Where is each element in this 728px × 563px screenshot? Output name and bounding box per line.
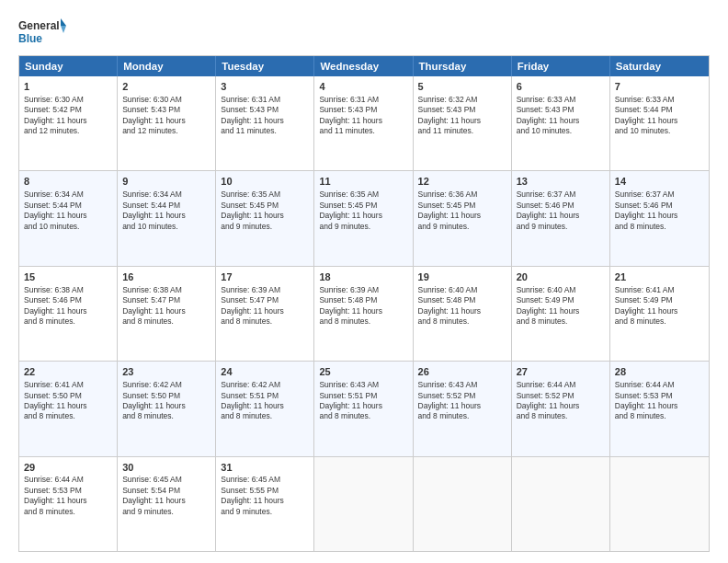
day-info-line: Daylight: 11 hours — [221, 401, 309, 411]
day-info-line: Daylight: 11 hours — [24, 116, 112, 126]
day-info-line: Sunrise: 6:45 AM — [122, 475, 210, 485]
day-info-line: and 11 minutes. — [221, 126, 309, 136]
day-info-line: Daylight: 11 hours — [615, 116, 704, 126]
day-info-line: Sunrise: 6:40 AM — [517, 285, 605, 295]
calendar-row: 15Sunrise: 6:38 AMSunset: 5:46 PMDayligh… — [19, 266, 709, 361]
day-info-line: Daylight: 11 hours — [615, 401, 704, 411]
day-info-line: and 8 minutes. — [24, 316, 112, 327]
day-info-line: Sunset: 5:50 PM — [24, 391, 112, 401]
calendar-cell: 27Sunrise: 6:44 AMSunset: 5:52 PMDayligh… — [512, 362, 610, 455]
logo-svg: General Blue — [18, 17, 66, 50]
day-info-line: and 8 minutes. — [221, 411, 309, 421]
day-number: 30 — [122, 461, 210, 475]
day-number: 31 — [221, 461, 309, 475]
day-info-line: Daylight: 11 hours — [517, 211, 605, 221]
day-info-line: Sunset: 5:53 PM — [615, 391, 704, 401]
calendar-cell: 8Sunrise: 6:34 AMSunset: 5:44 PMDaylight… — [19, 171, 118, 265]
calendar-cell: 15Sunrise: 6:38 AMSunset: 5:46 PMDayligh… — [19, 267, 118, 361]
calendar-cell: 2Sunrise: 6:30 AMSunset: 5:43 PMDaylight… — [118, 76, 216, 170]
day-number: 16 — [122, 270, 210, 284]
day-info-line: Daylight: 11 hours — [122, 116, 210, 126]
calendar-row: 1Sunrise: 6:30 AMSunset: 5:42 PMDaylight… — [19, 76, 709, 170]
day-info-line: and 11 minutes. — [418, 126, 506, 136]
calendar-cell: 17Sunrise: 6:39 AMSunset: 5:47 PMDayligh… — [216, 267, 314, 361]
day-info-line: and 9 minutes. — [221, 222, 309, 232]
day-info-line: Sunset: 5:46 PM — [615, 201, 704, 211]
day-info-line: Sunrise: 6:37 AM — [517, 190, 605, 200]
day-number: 9 — [122, 175, 210, 189]
day-info-line: Sunrise: 6:34 AM — [24, 190, 112, 200]
calendar-cell: 29Sunrise: 6:44 AMSunset: 5:53 PMDayligh… — [19, 457, 118, 551]
day-info-line: and 8 minutes. — [319, 411, 407, 421]
calendar-day-header: Tuesday — [216, 56, 314, 76]
day-info-line: Sunset: 5:43 PM — [319, 105, 407, 115]
day-info-line: Daylight: 11 hours — [122, 401, 210, 411]
calendar-cell: 6Sunrise: 6:33 AMSunset: 5:43 PMDaylight… — [512, 76, 610, 170]
day-info-line: Daylight: 11 hours — [517, 116, 605, 126]
day-info-line: Sunrise: 6:30 AM — [122, 95, 210, 105]
calendar-cell: 12Sunrise: 6:36 AMSunset: 5:45 PMDayligh… — [414, 171, 512, 265]
day-info-line: and 12 minutes. — [24, 126, 112, 136]
day-info-line: Sunrise: 6:45 AM — [221, 475, 309, 485]
day-info-line: Sunrise: 6:44 AM — [517, 380, 605, 390]
day-info-line: Daylight: 11 hours — [418, 116, 506, 126]
day-number: 12 — [418, 175, 506, 189]
day-info-line: Sunset: 5:45 PM — [319, 201, 407, 211]
calendar-cell: 19Sunrise: 6:40 AMSunset: 5:48 PMDayligh… — [414, 267, 512, 361]
day-info-line: Sunset: 5:49 PM — [615, 295, 704, 305]
svg-marker-3 — [61, 26, 66, 33]
svg-text:Blue: Blue — [18, 32, 42, 45]
day-info-line: Sunset: 5:44 PM — [122, 201, 210, 211]
day-number: 14 — [615, 175, 704, 189]
day-info-line: Sunrise: 6:43 AM — [319, 380, 407, 390]
day-info-line: Daylight: 11 hours — [24, 306, 112, 316]
day-info-line: Daylight: 11 hours — [221, 211, 309, 221]
day-info-line: Sunset: 5:43 PM — [122, 105, 210, 115]
calendar-cell: 31Sunrise: 6:45 AMSunset: 5:55 PMDayligh… — [216, 457, 314, 551]
day-info-line: Daylight: 11 hours — [517, 401, 605, 411]
calendar-cell: 24Sunrise: 6:42 AMSunset: 5:51 PMDayligh… — [216, 362, 314, 455]
day-info-line: Sunset: 5:54 PM — [122, 486, 210, 496]
day-info-line: Sunrise: 6:33 AM — [517, 95, 605, 105]
day-info-line: Daylight: 11 hours — [221, 306, 309, 316]
day-info-line: Sunset: 5:47 PM — [221, 295, 309, 305]
day-info-line: Sunset: 5:43 PM — [517, 105, 605, 115]
day-number: 13 — [517, 175, 605, 189]
day-info-line: Sunrise: 6:31 AM — [221, 95, 309, 105]
day-info-line: Sunset: 5:43 PM — [221, 105, 309, 115]
day-info-line: and 9 minutes. — [418, 222, 506, 232]
day-info-line: Daylight: 11 hours — [517, 306, 605, 316]
day-info-line: Sunrise: 6:41 AM — [615, 285, 704, 295]
day-info-line: Sunrise: 6:42 AM — [221, 380, 309, 390]
day-number: 11 — [319, 175, 407, 189]
day-number: 6 — [517, 80, 605, 94]
day-info-line: and 9 minutes. — [319, 222, 407, 232]
logo: General Blue — [18, 17, 66, 50]
day-number: 22 — [24, 365, 112, 379]
calendar-cell — [610, 457, 709, 551]
calendar-cell: 1Sunrise: 6:30 AMSunset: 5:42 PMDaylight… — [19, 76, 118, 170]
day-number: 24 — [221, 365, 309, 379]
day-info-line: Sunrise: 6:36 AM — [418, 190, 506, 200]
day-info-line: and 8 minutes. — [24, 411, 112, 421]
calendar-cell — [512, 457, 610, 551]
day-number: 4 — [319, 80, 407, 94]
day-number: 28 — [615, 365, 704, 379]
calendar-cell: 22Sunrise: 6:41 AMSunset: 5:50 PMDayligh… — [19, 362, 118, 455]
calendar-cell: 13Sunrise: 6:37 AMSunset: 5:46 PMDayligh… — [512, 171, 610, 265]
calendar-cell: 16Sunrise: 6:38 AMSunset: 5:47 PMDayligh… — [118, 267, 216, 361]
day-info-line: Sunset: 5:49 PM — [517, 295, 605, 305]
day-number: 2 — [122, 80, 210, 94]
calendar-cell — [314, 457, 413, 551]
day-info-line: Daylight: 11 hours — [24, 496, 112, 506]
day-info-line: and 9 minutes. — [221, 507, 309, 517]
day-number: 10 — [221, 175, 309, 189]
day-info-line: and 8 minutes. — [122, 316, 210, 327]
calendar-cell: 21Sunrise: 6:41 AMSunset: 5:49 PMDayligh… — [610, 267, 709, 361]
day-info-line: Sunset: 5:48 PM — [418, 295, 506, 305]
day-number: 19 — [418, 270, 506, 284]
day-number: 20 — [517, 270, 605, 284]
day-info-line: and 11 minutes. — [319, 126, 407, 136]
day-info-line: Sunset: 5:47 PM — [122, 295, 210, 305]
day-info-line: Sunrise: 6:44 AM — [615, 380, 704, 390]
